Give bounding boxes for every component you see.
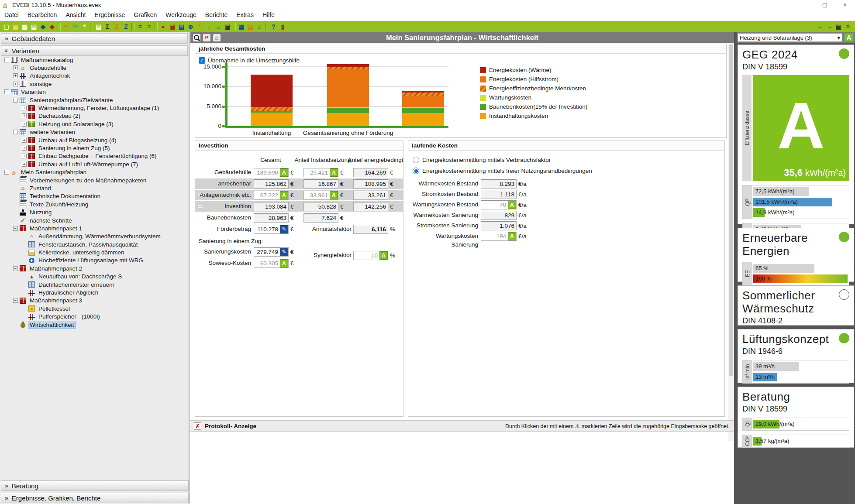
tree-expander[interactable]	[4, 58, 9, 62]
tree-item-label[interactable]: Neuaufbau von: Dachschräge S	[37, 273, 123, 280]
export-blue-icon[interactable]: Z	[121, 22, 131, 31]
sanierungsfahrplan-icon[interactable]: ⌂	[213, 34, 221, 41]
tree-item[interactable]: Wirtschaftlichkeit	[1, 321, 188, 329]
tree-item-label[interactable]: Maßnahmenpaket 2	[28, 265, 83, 272]
wartungskosten-bestand-field[interactable]: 70 A	[481, 200, 517, 209]
tree-item[interactable]: Wärmedämmung, Fenster, Lüftungsanlage (1…	[1, 104, 188, 112]
tree-item[interactable]: Sanierung in einem Zug (5)	[1, 144, 188, 152]
tree-item-label[interactable]: Dachausbau (2)	[37, 112, 82, 120]
tree-item[interactable]: nächste Schritte	[1, 216, 188, 224]
tree-item[interactable]: Hydraulischer Abgleich	[1, 288, 188, 296]
tree-item-label[interactable]: Gebäudehülle	[28, 64, 68, 72]
sowieso-kosten-field[interactable]: 60.305 A	[254, 259, 289, 268]
report-icon[interactable]: ▤	[94, 22, 103, 31]
sun-icon[interactable]: *	[195, 22, 204, 31]
building-icon[interactable]: ⌂	[214, 22, 223, 31]
menu-item[interactable]: Ergebnisse	[90, 10, 129, 21]
menu-item[interactable]: Werkzeuge	[161, 10, 201, 21]
sidebar-header-gebaeudedaten[interactable]: » Gebäudedaten	[1, 33, 188, 44]
tree-item[interactable]: Außendämmung, Wärmedämmverbundsystem	[1, 233, 188, 240]
tree-item[interactable]: Dachflächenfenster erneuern	[1, 281, 188, 288]
tree-expander[interactable]	[4, 170, 9, 175]
tree-item[interactable]: Nutzung	[1, 208, 188, 216]
tree-item[interactable]: Umbau auf Biogasheizung (4)	[1, 136, 188, 144]
auto-badge[interactable]: A	[280, 168, 288, 177]
scrollbar-thumb[interactable]	[729, 45, 733, 376]
new-file-icon[interactable]: ▢	[2, 22, 11, 31]
separator[interactable]	[265, 23, 268, 31]
tree-expander[interactable]	[13, 226, 18, 231]
tree-item[interactable]: Heizung und Solaranlage (3)	[1, 120, 188, 128]
dock-icon[interactable]: ≡	[843, 22, 852, 31]
tree-item[interactable]: Dachausbau (2)	[1, 112, 188, 120]
tree-item[interactable]: Neuaufbau von: Dachschräge S	[1, 273, 188, 281]
tree-item-label[interactable]: Anlagentechnik	[28, 72, 71, 79]
auto-mode-button[interactable]: A	[844, 33, 854, 42]
calculation-icon[interactable]: Σ	[103, 22, 112, 31]
menu-item[interactable]: Bearbeiten	[23, 10, 62, 21]
redo-icon[interactable]: ↷	[71, 22, 80, 31]
save-as-icon[interactable]: ▤	[29, 22, 38, 31]
document-orange-icon[interactable]: ▤	[246, 22, 255, 31]
pdf-export-icon[interactable]: P	[203, 34, 210, 41]
menu-item[interactable]: Berichte	[201, 10, 232, 21]
tree-item-label[interactable]: Wirtschaftlichkeit	[28, 321, 75, 329]
monitor-icon[interactable]: ▣	[223, 22, 232, 31]
tree-item-label[interactable]: Varianten	[20, 88, 47, 96]
export-icon[interactable]: ◆	[48, 22, 57, 31]
tree-expander[interactable]	[13, 82, 18, 86]
sidebar-header-beratung[interactable]: » Beratung	[1, 480, 189, 491]
list-icon[interactable]: ≡	[145, 22, 154, 31]
table-icon[interactable]: ▦	[237, 22, 246, 31]
add-view-icon[interactable]: ▣	[834, 22, 843, 31]
tree-item-label[interactable]: Zustand	[28, 185, 52, 192]
edit-pencil-icon[interactable]: ✎	[280, 225, 288, 233]
tree-item[interactable]: Gebäudehülle	[1, 64, 188, 72]
tree-item[interactable]: Kellerdecke, unterseitig dämmen	[1, 248, 188, 256]
radio-verbrauchsfaktor[interactable]: Energiekostenermittlung mittels Verbrauc…	[413, 157, 551, 163]
import-icon[interactable]: ◆	[38, 22, 48, 31]
temperature-icon[interactable]: ↕	[204, 22, 214, 31]
tree-item-label[interactable]: nächste Schritte	[28, 217, 73, 224]
foerderbetrag-field[interactable]: 110.278 ✎	[254, 225, 289, 234]
minimize-button[interactable]: –	[795, 0, 815, 10]
tree-item-label[interactable]: Mein Sanierungsfahrplan	[20, 168, 88, 176]
tree-item[interactable]: Fensteraustausch, Passivhausqualität	[1, 240, 188, 248]
tree-expander[interactable]	[22, 106, 27, 110]
tree-item[interactable]: sonstige	[1, 80, 188, 88]
tree-item[interactable]: Zustand	[1, 184, 188, 192]
tree-expander[interactable]	[13, 73, 18, 78]
menu-item[interactable]: Ansicht	[61, 10, 90, 21]
tree-expander[interactable]	[13, 65, 18, 70]
tree-item[interactable]: Umbau auf Luft/Luft-Wärmepumpe (7)	[1, 160, 188, 168]
tree-item-label[interactable]: Einbau Dachgaube + Fensterertüchtigung (…	[37, 152, 158, 160]
tree-expander[interactable]	[13, 266, 18, 271]
tree-item[interactable]: Pufferspeicher - (1000l)	[1, 313, 188, 321]
tree-item-label[interactable]: Maßnahmenkatalog	[20, 56, 74, 64]
menu-item[interactable]: Hilfe	[258, 10, 279, 21]
tree-item-label[interactable]: Vorbemerkungen zu den Maßnahmepaketen	[28, 177, 148, 184]
export-orange-icon[interactable]: Z	[112, 22, 121, 31]
help-icon[interactable]: ?	[269, 22, 278, 31]
radio-icon[interactable]	[413, 157, 419, 163]
tree-item[interactable]: Anlagentechnik	[1, 72, 188, 80]
close-protokoll-icon[interactable]: ✗	[194, 422, 201, 430]
nav-forward-icon[interactable]: →	[825, 22, 834, 31]
wizard-icon[interactable]: *	[80, 22, 89, 31]
tree-item-label[interactable]: Texte Zukunft/Heizung	[28, 201, 90, 208]
auto-badge[interactable]: A	[508, 232, 516, 240]
separator[interactable]	[90, 23, 93, 31]
tree-item[interactable]: Texte Zukunft/Heizung	[1, 200, 188, 208]
auto-badge[interactable]: A	[280, 191, 288, 199]
tree-item[interactable]: Sanierungsfahrplan/Zielvariante	[1, 96, 188, 104]
tree-item-label[interactable]: Außendämmung, Wärmedämmverbundsystem	[37, 233, 162, 240]
tree-item-label[interactable]: Umbau auf Biogasheizung (4)	[37, 137, 118, 144]
tree-item-label[interactable]: Maßnahmenpaket 1	[28, 225, 83, 232]
tree-item-label[interactable]: Fensteraustausch, Passivhausqualität	[37, 241, 139, 248]
tree-item[interactable]: Varianten	[1, 88, 188, 96]
structure-icon[interactable]: ≡	[135, 22, 145, 31]
tree-item-label[interactable]: Pufferspeicher - (1000l)	[37, 313, 101, 320]
tree-item-label[interactable]: Dachflächenfenster erneuern	[37, 281, 116, 288]
tree-item-label[interactable]: Wärmedämmung, Fenster, Lüftungsanlage (1…	[37, 104, 160, 112]
tree-item[interactable]: Maßnahmenkatalog	[1, 56, 188, 64]
